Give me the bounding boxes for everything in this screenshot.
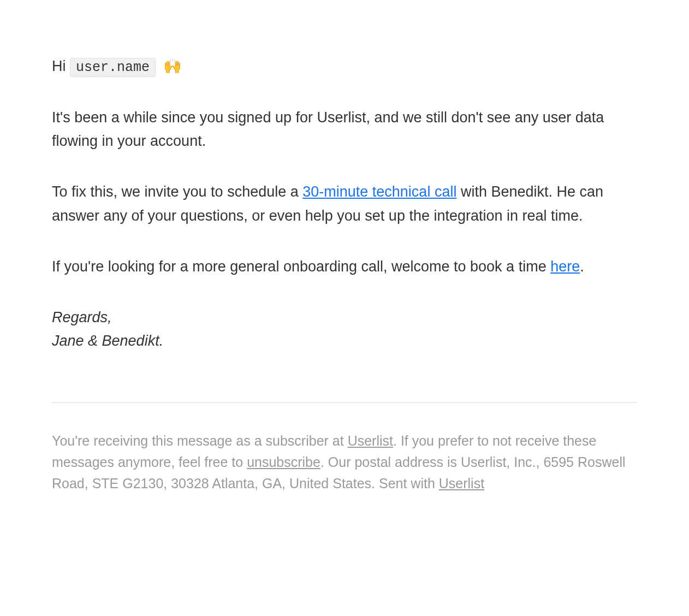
footer-divider xyxy=(52,402,637,403)
unsubscribe-link[interactable]: unsubscribe xyxy=(247,454,320,470)
userlist-link[interactable]: Userlist xyxy=(348,433,393,448)
onboarding-here-link[interactable]: here xyxy=(550,258,580,275)
technical-call-link[interactable]: 30-minute technical call xyxy=(302,183,456,200)
sent-with-userlist-link[interactable]: Userlist xyxy=(439,476,484,491)
p3-text-b: . xyxy=(580,258,584,275)
onboarding-paragraph: If you're looking for a more general onb… xyxy=(52,255,637,279)
technical-call-paragraph: To fix this, we invite you to schedule a… xyxy=(52,180,637,227)
p3-text-a: If you're looking for a more general onb… xyxy=(52,258,550,275)
footer-text-1: You're receiving this message as a subsc… xyxy=(52,433,348,448)
signoff-names: Jane & Benedikt. xyxy=(52,333,163,349)
footer-paragraph: You're receiving this message as a subsc… xyxy=(52,430,637,494)
signoff-paragraph: Regards, Jane & Benedikt. xyxy=(52,306,637,353)
intro-paragraph: It's been a while since you signed up fo… xyxy=(52,106,637,153)
signoff-regards: Regards, xyxy=(52,309,112,325)
greeting-prefix: Hi xyxy=(52,58,70,74)
p2-text-a: To fix this, we invite you to schedule a xyxy=(52,183,302,200)
user-name-token: user.name xyxy=(70,58,156,77)
raising-hands-emoji: 🙌 xyxy=(163,58,182,74)
greeting-line: Hi user.name 🙌 xyxy=(52,55,637,79)
